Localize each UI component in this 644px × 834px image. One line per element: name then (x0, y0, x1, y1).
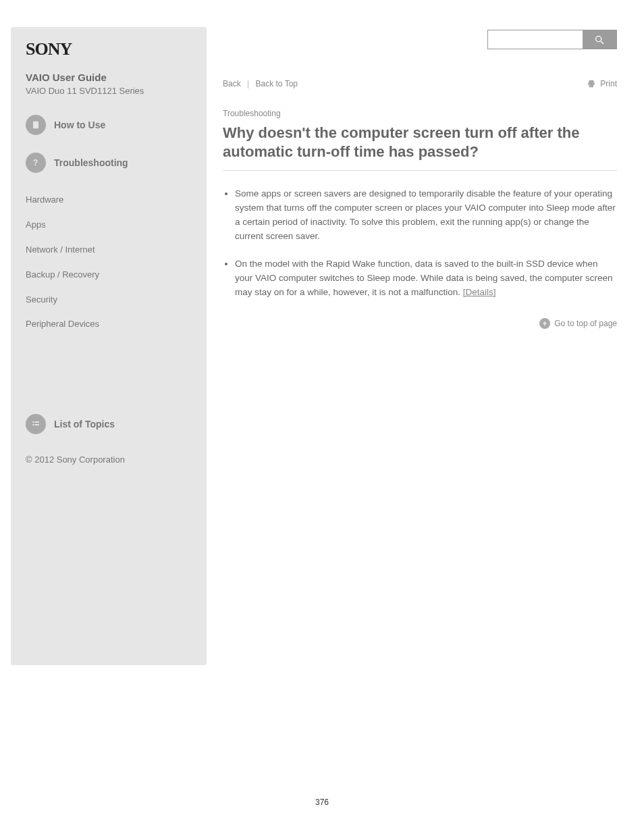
search-input[interactable] (488, 30, 583, 49)
sidebar-link-peripheral[interactable]: Peripheral Devices (26, 316, 192, 333)
copyright: © 2012 Sony Corporation (26, 452, 192, 469)
content-list: Some apps or screen savers are designed … (223, 187, 617, 299)
sidebar-item-label: List of Topics (54, 419, 115, 429)
product-title: VAIO User Guide (26, 72, 192, 83)
sidebar-link-network[interactable]: Network / Internet (26, 242, 192, 259)
logo-link[interactable]: SONY (26, 39, 192, 59)
page-number: 376 (0, 798, 644, 807)
main-content: Back | Back to Top Print Troubleshooting… (207, 27, 617, 665)
breadcrumb-top[interactable]: Back to Top (256, 79, 298, 88)
go-to-top-label: Go to top of page (554, 319, 617, 328)
sidebar-item-troubleshooting[interactable]: ? Troubleshooting (26, 153, 192, 173)
search-button[interactable] (583, 30, 616, 49)
sidebar-link-security[interactable]: Security (26, 292, 192, 309)
sidebar-link-apps[interactable]: Apps (26, 217, 192, 234)
sidebar-item-list-topics[interactable]: List of Topics (26, 414, 192, 434)
svg-rect-0 (33, 122, 38, 129)
svg-rect-4 (32, 424, 34, 425)
breadcrumb-back[interactable]: Back (223, 79, 241, 88)
print-label: Print (600, 79, 617, 88)
bullet-text: On the model with the Rapid Wake functio… (235, 259, 613, 297)
print-button[interactable]: Print (587, 79, 617, 88)
sony-logo: SONY (26, 39, 192, 59)
print-icon (587, 79, 596, 88)
product-series: VAIO Duo 11 SVD1121 Series (26, 86, 192, 96)
question-icon: ? (26, 153, 46, 173)
topic-label: Troubleshooting (223, 109, 617, 118)
svg-point-6 (596, 36, 601, 41)
sidebar-item-howto[interactable]: How to Use (26, 115, 192, 135)
sidebar-link-backup[interactable]: Backup / Recovery (26, 267, 192, 284)
list-icon (26, 414, 46, 434)
bullet-text: Some apps or screen savers are designed … (235, 188, 616, 241)
book-icon (26, 115, 46, 135)
svg-text:?: ? (33, 158, 38, 167)
page-title: Why doesn't the computer screen turn off… (223, 124, 617, 161)
list-item: On the model with the Rapid Wake functio… (235, 257, 617, 300)
breadcrumb: Back | Back to Top (223, 79, 298, 88)
details-link[interactable]: [Details] (463, 287, 496, 297)
arrow-up-icon (539, 318, 550, 329)
sidebar-item-label: How to Use (54, 120, 105, 130)
svg-line-7 (601, 41, 603, 44)
go-to-top-button[interactable]: Go to top of page (223, 318, 617, 329)
search-icon (594, 34, 605, 45)
sidebar: SONY VAIO User Guide VAIO Duo 11 SVD1121… (11, 27, 207, 665)
divider (223, 170, 617, 171)
sidebar-item-label: Troubleshooting (54, 157, 128, 168)
breadcrumb-divider: | (247, 79, 249, 88)
svg-rect-2 (32, 421, 34, 423)
sidebar-link-hardware[interactable]: Hardware (26, 192, 192, 209)
search-box (487, 30, 617, 49)
sidebar-group: Hardware Apps Network / Internet Backup … (26, 192, 192, 333)
svg-rect-3 (35, 421, 39, 423)
list-item: Some apps or screen savers are designed … (235, 187, 617, 244)
svg-rect-5 (35, 424, 39, 425)
